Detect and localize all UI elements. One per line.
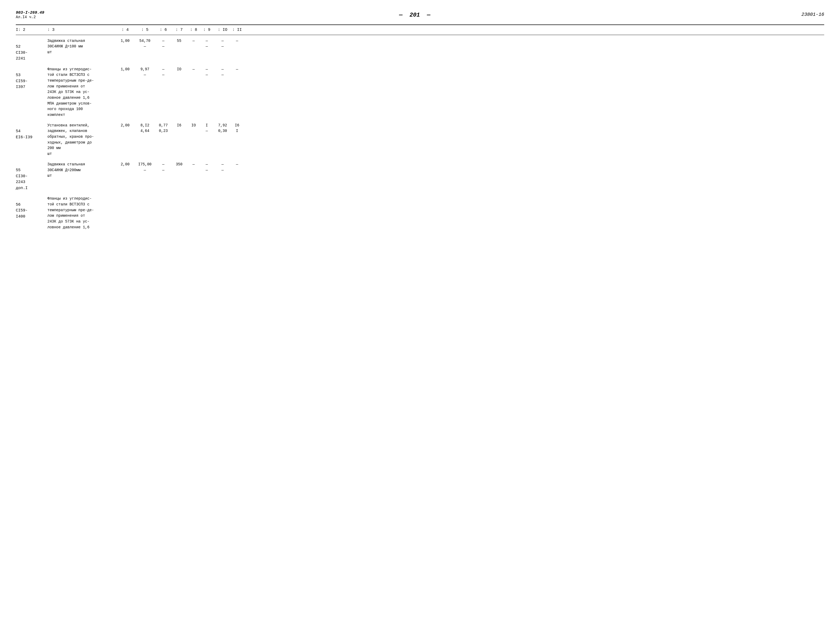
col-header-6: : 7 xyxy=(171,27,187,33)
row-price-55: I75,00 — xyxy=(134,162,155,173)
main-table: I: 2 : 3 : 4 : 5 : 6 : 7 : 8 : 9 : IO : … xyxy=(16,25,824,232)
col-header-10: : II xyxy=(232,27,242,33)
col-header-5: : 6 xyxy=(155,27,171,33)
doc-number-prefix: 903-I- xyxy=(16,11,30,15)
row-number: 54 xyxy=(16,129,21,134)
row-id-55: 55 CI30- 2243 доп.I xyxy=(16,162,47,191)
row-c9-55: — — xyxy=(200,162,213,173)
row-code: CI59- I400 xyxy=(16,208,27,219)
row-c10-55: — — xyxy=(213,162,232,173)
table-row: 56 CI59- I400 Фланцы из углеродис- той с… xyxy=(16,193,824,232)
row-qty-52: 1,00 xyxy=(116,38,134,44)
row-id-54: 54 EI6-I39 xyxy=(16,123,47,140)
col-header-9: : IO xyxy=(213,27,232,33)
row-c7-55: 350 xyxy=(171,162,187,168)
row-c6-54: 0,77 0,23 xyxy=(155,123,171,134)
row-desc-53: Фланцы из углеродис- той стали ВСТ3СП3 с… xyxy=(47,67,116,118)
page-number: — 201 — xyxy=(58,11,771,18)
row-id-56: 56 CI59- I400 xyxy=(16,196,47,220)
row-c10-53: — — xyxy=(213,67,232,78)
row-c8-53: — xyxy=(187,67,200,72)
doc-number-italic: 269.49 xyxy=(30,11,44,15)
row-c6-53: — — xyxy=(155,67,171,78)
page-header: 903-I-269.49 Ал.I4 ч.2 — 201 — 23801-16 xyxy=(16,11,824,19)
row-c9-52: — — xyxy=(200,38,213,49)
col-header-2: : 3 xyxy=(47,27,116,33)
row-qty-54: 2,00 xyxy=(116,123,134,128)
row-desc-56: Фланцы из углеродис- той стали ВСТ3СП3 с… xyxy=(47,196,116,230)
table-header-row: I: 2 : 3 : 4 : 5 : 6 : 7 : 8 : 9 : IO : … xyxy=(16,25,824,35)
row-c9-53: — — xyxy=(200,67,213,78)
doc-number: 903-I-269.49 xyxy=(16,11,58,15)
doc-ref: 23801-16 xyxy=(771,11,824,17)
row-c9-54: I — xyxy=(200,123,213,134)
row-desc-55: Задвижка стальная 30С4ИНЖ Д=200мм шт xyxy=(47,162,116,179)
row-number: 52 xyxy=(16,44,21,49)
row-c11-55: — xyxy=(232,162,242,168)
table-row: 53 CI59- I397 Фланцы из углеродис- той с… xyxy=(16,64,824,120)
row-c8-52: — xyxy=(187,38,200,44)
page-center-number: 201 xyxy=(410,12,420,18)
col-header-7: : 8 xyxy=(187,27,200,33)
row-number: 55 xyxy=(16,168,21,172)
row-id-52: 52 CI30- 2241 xyxy=(16,38,47,62)
row-c6-52: — — xyxy=(155,38,171,49)
row-qty-53: 1,00 xyxy=(116,67,134,72)
col-header-8: : 9 xyxy=(200,27,213,33)
row-c7-53: IO xyxy=(171,67,187,72)
row-price-54: 8,I2 4,64 xyxy=(134,123,155,134)
row-qty-55: 2,00 xyxy=(116,162,134,168)
row-number: 53 xyxy=(16,73,21,78)
row-c10-52: — — xyxy=(213,38,232,49)
row-desc-52: Задвижка стальная 30С4ИНЖ Д=100 мм шт xyxy=(47,38,116,55)
row-c11-52: — xyxy=(232,38,242,44)
table-row: 52 CI30- 2241 Задвижка стальная 30С4ИНЖ … xyxy=(16,35,824,64)
row-price-53: 9,97 — xyxy=(134,67,155,78)
row-price-52: 54,70 — xyxy=(134,38,155,49)
row-c11-53: — xyxy=(232,67,242,72)
table-row: 55 CI30- 2243 доп.I Задвижка стальная 30… xyxy=(16,159,824,193)
row-code: CI30- 2241 xyxy=(16,50,27,61)
table-row: 54 EI6-I39 Установка вентилей, задвижек,… xyxy=(16,120,824,159)
row-code: EI6-I39 xyxy=(16,135,32,140)
header-left: 903-I-269.49 Ал.I4 ч.2 xyxy=(16,11,58,19)
row-c7-54: I6 xyxy=(171,123,187,128)
row-code: CI59- I397 xyxy=(16,79,27,90)
col-header-3: : 4 xyxy=(116,27,134,33)
row-c8-55: — xyxy=(187,162,200,168)
row-code: CI30- 2243 доп.I xyxy=(16,174,27,191)
col-header-1: I: 2 xyxy=(16,27,47,33)
doc-subtitle: Ал.I4 ч.2 xyxy=(16,15,58,19)
row-id-53: 53 CI59- I397 xyxy=(16,67,47,90)
col-header-4: : 5 xyxy=(134,27,155,33)
row-number: 56 xyxy=(16,203,21,207)
doc-ref-number: 23801-16 xyxy=(802,12,824,17)
row-c8-54: IO xyxy=(187,123,200,128)
row-c6-55: — — xyxy=(155,162,171,173)
row-c7-52: 55 xyxy=(171,38,187,44)
row-c10-54: 7,92 0,30 xyxy=(213,123,232,134)
row-c11-54: I6 I xyxy=(232,123,242,134)
row-desc-54: Установка вентилей, задвижек, клапанов о… xyxy=(47,123,116,157)
